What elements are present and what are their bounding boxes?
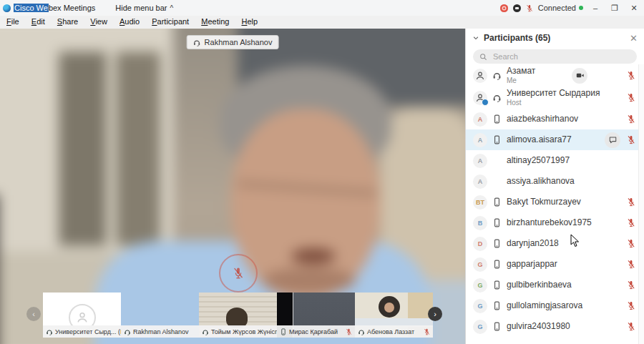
menu-bar: File Edit Share View Audio Participant M…	[0, 16, 644, 29]
menu-help[interactable]: Help	[236, 16, 263, 28]
mic-muted-icon	[424, 328, 430, 336]
participant-name: gullolamingjasarova	[507, 301, 622, 311]
participant-name: birzhanturebekov1975	[507, 218, 622, 228]
participants-title: Participants (65)	[484, 33, 550, 43]
headset-icon	[202, 328, 209, 335]
thumb-label: Тойым Жүрсов Жүніспы	[211, 328, 277, 335]
window-title: Cisco Webex Meetings	[14, 4, 95, 12]
headset-icon	[492, 93, 502, 102]
mic-muted-icon	[627, 300, 635, 311]
phone-icon	[492, 322, 502, 331]
phone-icon	[492, 218, 502, 227]
menu-meeting[interactable]: Meeting	[196, 16, 234, 28]
connection-status: Connected	[538, 4, 583, 12]
participants-panel: Participants (65) ✕ АзаматMe Университет…	[465, 29, 644, 344]
participant-name: Азамат	[507, 67, 567, 77]
mic-muted-icon	[627, 92, 635, 103]
person-icon	[475, 93, 485, 103]
mic-muted-icon	[526, 4, 533, 13]
participant-row-azamat[interactable]: АзаматMe	[466, 64, 639, 87]
chat-icon	[608, 135, 618, 144]
avatar: BT	[473, 195, 487, 210]
participant-role: Me	[507, 77, 567, 85]
panel-close-button[interactable]: ✕	[630, 33, 638, 44]
chat-button[interactable]	[605, 132, 620, 148]
filmstrip-thumb-host[interactable]: Университет Сырд... (Host)	[43, 293, 121, 338]
menu-view[interactable]: View	[85, 16, 112, 28]
participant-row[interactable]: G gullolamingjasarova	[466, 295, 639, 316]
menu-participant[interactable]: Participant	[147, 16, 194, 28]
maximize-button[interactable]: ❐	[608, 0, 622, 16]
participants-header: Participants (65) ✕	[466, 29, 644, 47]
mic-muted-icon	[627, 259, 635, 270]
participant-name: altinay25071997	[507, 156, 622, 166]
filmstrip-thumb-miras[interactable]: Мирас Қарғабай	[277, 293, 355, 338]
title-bar: Cisco Webex Meetings Hide menu bar ^ Con…	[0, 0, 644, 16]
filmstrip-next-button[interactable]: ›	[428, 307, 442, 321]
avatar: A	[473, 154, 487, 168]
video-status-icon	[513, 4, 521, 12]
mic-muted-icon	[346, 328, 352, 336]
participant-row[interactable]: A altinay25071997	[466, 150, 639, 171]
mouse-cursor	[570, 234, 580, 248]
main-video-stage: Rakhman Alshanov ‹ Университет Сырд... (…	[0, 29, 465, 344]
avatar: A	[473, 133, 487, 147]
participant-row[interactable]: G gulvira24031980	[466, 316, 639, 337]
menu-audio[interactable]: Audio	[114, 16, 145, 28]
active-speaker-name-tag: Rakhman Alshanov	[187, 35, 279, 49]
avatar-host	[473, 91, 487, 105]
mic-muted-icon	[627, 217, 635, 228]
participant-row[interactable]: G gapparjappar	[466, 254, 639, 275]
filmstrip-thumb-toiym[interactable]: Тойым Жүрсов Жүніспы	[199, 293, 277, 338]
menu-share[interactable]: Share	[52, 16, 83, 28]
participant-name: alimova.aisara77	[507, 135, 600, 145]
menu-file[interactable]: File	[1, 16, 24, 28]
participant-silhouette	[226, 308, 248, 328]
participant-name: assiya.alikhanova	[507, 177, 622, 187]
hide-menu-bar-button[interactable]: Hide menu bar ^	[115, 4, 173, 12]
filmstrip-prev-button[interactable]: ‹	[26, 307, 41, 321]
chevron-up-icon: ^	[170, 4, 173, 12]
filmstrip-thumb-abenova[interactable]: Абенова Лаззат	[355, 293, 433, 338]
phone-icon	[280, 328, 287, 335]
participants-list: АзаматMe Университет СырдарияHost A aiaz…	[466, 64, 639, 344]
participant-row-selected[interactable]: A alimova.aisara77	[466, 129, 639, 150]
participant-name: Bakyt Tokmurzayev	[507, 197, 622, 207]
muted-mic-overlay-icon	[219, 254, 258, 293]
filmstrip-thumb-rakhman[interactable]: Rakhman Alshanov	[121, 293, 199, 338]
thumb-label: Мирас Қарғабай	[289, 328, 338, 335]
participant-search-box[interactable]	[473, 49, 637, 64]
participant-name: gulbiberkinbaeva	[507, 280, 622, 290]
participant-role: Host	[507, 99, 622, 107]
avatar: G	[473, 278, 487, 293]
webex-meetings-window: Cisco Webex Meetings Hide menu bar ^ Con…	[0, 0, 644, 344]
mic-muted-icon	[627, 321, 635, 332]
participant-row[interactable]: A aiazbekashirhanov	[466, 109, 639, 129]
mic-muted-icon	[627, 70, 635, 81]
phone-icon	[492, 260, 502, 269]
chevron-down-icon[interactable]	[472, 34, 479, 41]
scrollbar[interactable]	[638, 64, 644, 344]
participant-row[interactable]: G gulbiberkinbaeva	[466, 275, 639, 295]
participant-row[interactable]: D darynjan2018	[466, 233, 639, 254]
phone-icon	[492, 197, 502, 207]
close-button[interactable]: ✕	[627, 0, 641, 16]
participant-row[interactable]: B birzhanturebekov1975	[466, 212, 639, 233]
participant-row[interactable]: BT Bakyt Tokmurzayev	[466, 192, 639, 212]
camera-button[interactable]	[572, 68, 587, 84]
participant-name: Университет Сырдария	[507, 89, 622, 99]
avatar: B	[473, 216, 487, 230]
headset-icon	[492, 71, 502, 80]
avatar: G	[473, 320, 487, 334]
participant-row[interactable]: A assiya.alikhanova	[466, 171, 639, 192]
participant-row-university[interactable]: Университет СырдарияHost	[466, 87, 639, 109]
menu-edit[interactable]: Edit	[26, 16, 50, 28]
minimize-button[interactable]: –	[588, 0, 602, 16]
headset-icon	[193, 39, 201, 46]
avatar: A	[473, 175, 487, 189]
camera-icon	[575, 71, 585, 80]
search-input[interactable]	[492, 51, 630, 62]
connected-green-dot-icon	[579, 6, 583, 10]
avatar	[473, 69, 487, 83]
participant-name: darynjan2018	[507, 239, 622, 249]
